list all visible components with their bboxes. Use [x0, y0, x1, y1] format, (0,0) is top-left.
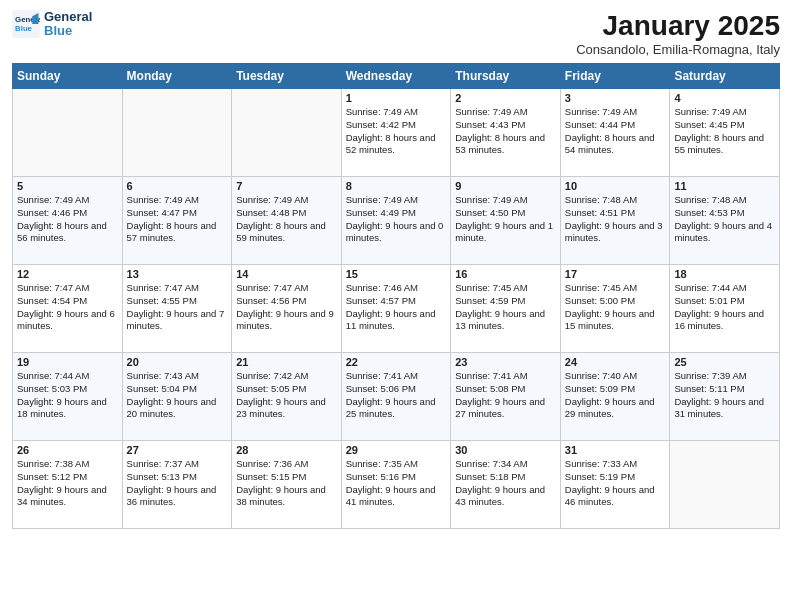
cell-text: Sunrise: 7:49 AM Sunset: 4:42 PM Dayligh… [346, 106, 447, 157]
day-number: 11 [674, 180, 775, 192]
day-number: 18 [674, 268, 775, 280]
table-row: 4Sunrise: 7:49 AM Sunset: 4:45 PM Daylig… [670, 89, 780, 177]
table-row: 9Sunrise: 7:49 AM Sunset: 4:50 PM Daylig… [451, 177, 561, 265]
calendar-body: 1Sunrise: 7:49 AM Sunset: 4:42 PM Daylig… [13, 89, 780, 529]
calendar-container: General Blue General Blue January 2025 C… [0, 0, 792, 539]
table-row: 18Sunrise: 7:44 AM Sunset: 5:01 PM Dayli… [670, 265, 780, 353]
day-number: 13 [127, 268, 228, 280]
header-saturday: Saturday [670, 64, 780, 89]
day-number: 26 [17, 444, 118, 456]
cell-text: Sunrise: 7:40 AM Sunset: 5:09 PM Dayligh… [565, 370, 666, 421]
table-row: 26Sunrise: 7:38 AM Sunset: 5:12 PM Dayli… [13, 441, 123, 529]
cell-text: Sunrise: 7:39 AM Sunset: 5:11 PM Dayligh… [674, 370, 775, 421]
day-number: 25 [674, 356, 775, 368]
header-thursday: Thursday [451, 64, 561, 89]
cell-text: Sunrise: 7:48 AM Sunset: 4:53 PM Dayligh… [674, 194, 775, 245]
table-row: 7Sunrise: 7:49 AM Sunset: 4:48 PM Daylig… [232, 177, 342, 265]
day-number: 16 [455, 268, 556, 280]
table-row [122, 89, 232, 177]
cell-text: Sunrise: 7:38 AM Sunset: 5:12 PM Dayligh… [17, 458, 118, 509]
table-row: 3Sunrise: 7:49 AM Sunset: 4:44 PM Daylig… [560, 89, 670, 177]
table-row: 31Sunrise: 7:33 AM Sunset: 5:19 PM Dayli… [560, 441, 670, 529]
table-row: 25Sunrise: 7:39 AM Sunset: 5:11 PM Dayli… [670, 353, 780, 441]
cell-text: Sunrise: 7:49 AM Sunset: 4:49 PM Dayligh… [346, 194, 447, 245]
cell-text: Sunrise: 7:47 AM Sunset: 4:56 PM Dayligh… [236, 282, 337, 333]
cell-text: Sunrise: 7:37 AM Sunset: 5:13 PM Dayligh… [127, 458, 228, 509]
day-number: 29 [346, 444, 447, 456]
table-row [232, 89, 342, 177]
title-area: January 2025 Consandolo, Emilia-Romagna,… [576, 10, 780, 57]
calendar-subtitle: Consandolo, Emilia-Romagna, Italy [576, 42, 780, 57]
logo: General Blue General Blue [12, 10, 92, 39]
table-row: 10Sunrise: 7:48 AM Sunset: 4:51 PM Dayli… [560, 177, 670, 265]
cell-text: Sunrise: 7:45 AM Sunset: 4:59 PM Dayligh… [455, 282, 556, 333]
day-number: 10 [565, 180, 666, 192]
header-wednesday: Wednesday [341, 64, 451, 89]
cell-text: Sunrise: 7:41 AM Sunset: 5:06 PM Dayligh… [346, 370, 447, 421]
cell-text: Sunrise: 7:49 AM Sunset: 4:47 PM Dayligh… [127, 194, 228, 245]
table-row: 14Sunrise: 7:47 AM Sunset: 4:56 PM Dayli… [232, 265, 342, 353]
table-row: 19Sunrise: 7:44 AM Sunset: 5:03 PM Dayli… [13, 353, 123, 441]
day-number: 31 [565, 444, 666, 456]
cell-text: Sunrise: 7:35 AM Sunset: 5:16 PM Dayligh… [346, 458, 447, 509]
day-number: 2 [455, 92, 556, 104]
table-row: 6Sunrise: 7:49 AM Sunset: 4:47 PM Daylig… [122, 177, 232, 265]
cell-text: Sunrise: 7:41 AM Sunset: 5:08 PM Dayligh… [455, 370, 556, 421]
table-row: 17Sunrise: 7:45 AM Sunset: 5:00 PM Dayli… [560, 265, 670, 353]
logo-line1: General [44, 10, 92, 24]
day-number: 21 [236, 356, 337, 368]
table-row: 21Sunrise: 7:42 AM Sunset: 5:05 PM Dayli… [232, 353, 342, 441]
day-number: 12 [17, 268, 118, 280]
table-row: 2Sunrise: 7:49 AM Sunset: 4:43 PM Daylig… [451, 89, 561, 177]
day-number: 1 [346, 92, 447, 104]
cell-text: Sunrise: 7:49 AM Sunset: 4:43 PM Dayligh… [455, 106, 556, 157]
header-friday: Friday [560, 64, 670, 89]
cell-text: Sunrise: 7:43 AM Sunset: 5:04 PM Dayligh… [127, 370, 228, 421]
day-number: 24 [565, 356, 666, 368]
logo-icon: General Blue [12, 10, 40, 38]
day-number: 3 [565, 92, 666, 104]
svg-text:Blue: Blue [15, 24, 33, 33]
table-row: 11Sunrise: 7:48 AM Sunset: 4:53 PM Dayli… [670, 177, 780, 265]
table-row: 15Sunrise: 7:46 AM Sunset: 4:57 PM Dayli… [341, 265, 451, 353]
day-number: 8 [346, 180, 447, 192]
table-row: 8Sunrise: 7:49 AM Sunset: 4:49 PM Daylig… [341, 177, 451, 265]
day-number: 15 [346, 268, 447, 280]
day-number: 28 [236, 444, 337, 456]
logo-line2: Blue [44, 24, 92, 38]
table-row: 22Sunrise: 7:41 AM Sunset: 5:06 PM Dayli… [341, 353, 451, 441]
cell-text: Sunrise: 7:49 AM Sunset: 4:46 PM Dayligh… [17, 194, 118, 245]
day-number: 30 [455, 444, 556, 456]
day-number: 6 [127, 180, 228, 192]
day-number: 23 [455, 356, 556, 368]
table-row: 12Sunrise: 7:47 AM Sunset: 4:54 PM Dayli… [13, 265, 123, 353]
cell-text: Sunrise: 7:36 AM Sunset: 5:15 PM Dayligh… [236, 458, 337, 509]
day-number: 22 [346, 356, 447, 368]
header: General Blue General Blue January 2025 C… [12, 10, 780, 57]
cell-text: Sunrise: 7:45 AM Sunset: 5:00 PM Dayligh… [565, 282, 666, 333]
table-row: 1Sunrise: 7:49 AM Sunset: 4:42 PM Daylig… [341, 89, 451, 177]
cell-text: Sunrise: 7:44 AM Sunset: 5:01 PM Dayligh… [674, 282, 775, 333]
day-number: 14 [236, 268, 337, 280]
cell-text: Sunrise: 7:42 AM Sunset: 5:05 PM Dayligh… [236, 370, 337, 421]
calendar-table: Sunday Monday Tuesday Wednesday Thursday… [12, 63, 780, 529]
table-row [13, 89, 123, 177]
cell-text: Sunrise: 7:44 AM Sunset: 5:03 PM Dayligh… [17, 370, 118, 421]
cell-text: Sunrise: 7:49 AM Sunset: 4:45 PM Dayligh… [674, 106, 775, 157]
cell-text: Sunrise: 7:49 AM Sunset: 4:50 PM Dayligh… [455, 194, 556, 245]
calendar-title: January 2025 [576, 10, 780, 42]
cell-text: Sunrise: 7:47 AM Sunset: 4:54 PM Dayligh… [17, 282, 118, 333]
header-monday: Monday [122, 64, 232, 89]
table-row: 23Sunrise: 7:41 AM Sunset: 5:08 PM Dayli… [451, 353, 561, 441]
table-row: 13Sunrise: 7:47 AM Sunset: 4:55 PM Dayli… [122, 265, 232, 353]
header-sunday: Sunday [13, 64, 123, 89]
cell-text: Sunrise: 7:34 AM Sunset: 5:18 PM Dayligh… [455, 458, 556, 509]
header-tuesday: Tuesday [232, 64, 342, 89]
day-number: 9 [455, 180, 556, 192]
table-row: 29Sunrise: 7:35 AM Sunset: 5:16 PM Dayli… [341, 441, 451, 529]
day-number: 19 [17, 356, 118, 368]
cell-text: Sunrise: 7:48 AM Sunset: 4:51 PM Dayligh… [565, 194, 666, 245]
cell-text: Sunrise: 7:33 AM Sunset: 5:19 PM Dayligh… [565, 458, 666, 509]
day-number: 4 [674, 92, 775, 104]
table-row: 30Sunrise: 7:34 AM Sunset: 5:18 PM Dayli… [451, 441, 561, 529]
